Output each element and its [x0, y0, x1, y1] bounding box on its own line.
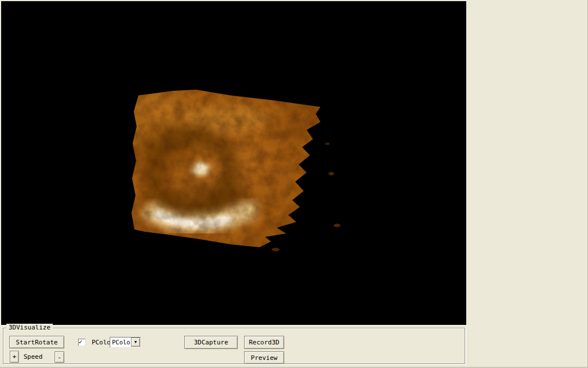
record3d-button[interactable]: Record3D [244, 336, 284, 349]
pcolor-row: ✓ PColor [78, 339, 114, 346]
3d-visualize-groupbox: 3DVisualize StartRotate ✓ PColor PColor … [3, 328, 465, 364]
speed-label: Speed [24, 353, 42, 361]
app-window: { "colors": { "window_bg": "#ece9d8", "v… [0, 0, 588, 368]
3d-viewport[interactable] [1, 1, 466, 325]
pcolor-checkbox[interactable]: ✓ [78, 339, 86, 346]
ultrasound-volume-render [1, 1, 466, 325]
preview-button[interactable]: Preview [244, 351, 284, 364]
parameter-sidebar: 3DParameter ✓ Invert ✓ Denoise Zone X1: … [467, 0, 588, 368]
speed-plus-button[interactable]: + [10, 351, 19, 363]
pcolor-dropdown[interactable]: PColor ▼ [110, 337, 141, 348]
visualize-groupbox-title: 3DVisualize [6, 324, 53, 332]
speed-minus-button[interactable]: - [55, 351, 64, 363]
start-rotate-button[interactable]: StartRotate [9, 336, 64, 348]
dropdown-arrow-icon[interactable]: ▼ [131, 338, 140, 347]
3dcapture-button[interactable]: 3DCapture [184, 336, 238, 349]
checkmark-icon: ✓ [79, 339, 85, 345]
